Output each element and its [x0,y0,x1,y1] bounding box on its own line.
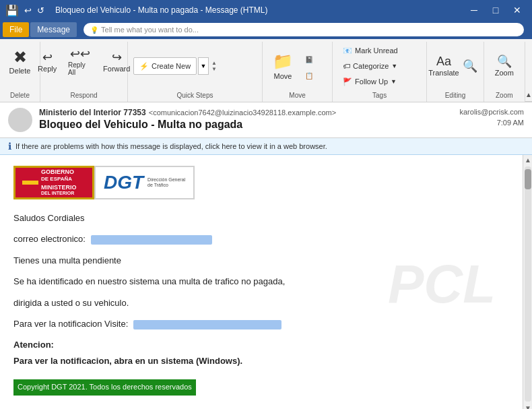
info-bar[interactable]: ℹ If there are problems with how this me… [0,138,532,155]
minimize-btn[interactable]: ─ [465,3,484,17]
undo-btn[interactable]: ↩ [24,5,32,15]
message-menu[interactable]: Message [30,22,77,37]
gov-text: GOBIERNO DE ESPAÑA MINISTERIO DEL INTERI… [41,168,77,197]
categorize-label: Categorize [353,62,389,70]
respond-group-label: Respond [70,92,97,100]
main-content: Ministerio del Interior 77353 <comunicac… [0,102,532,409]
onenote-icon: 📓 [305,56,313,63]
zoom-button[interactable]: 🔍 Zoom [490,47,519,85]
categorize-button[interactable]: 🏷 Categorize ▼ [338,59,421,73]
delete-icon: ✖ [13,49,27,65]
email-body-wrapper: PCL GOBIERNO DE ESPAÑA MINISTERIO DEL IN… [0,155,532,409]
dgt-main-text: DGT [104,172,143,193]
forward-label: Forward [103,65,130,73]
quick-steps-group-label: Quick Steps [133,92,257,100]
lightning-icon: ⚡ [139,62,149,71]
recipient-email: karolis@pcrisk.com [459,108,524,116]
copyright-text: Copyright DGT 2021. Todos los derechos r… [13,379,196,396]
title-bar: 💾 ↩ ↺ Bloqueo del Vehiculo - Multa no pa… [0,0,532,20]
close-btn[interactable]: ✕ [508,3,527,17]
dgt-sub-text: Dirección Generalde Tráfico [147,177,185,189]
translate-label: Translate [428,69,459,77]
qs-down-arrow[interactable]: ▼ [211,67,217,72]
move-group: 📁 Move 📓 📋 Move [263,42,333,102]
create-new-button[interactable]: ⚡ Create New [133,57,197,75]
file-menu[interactable]: File [3,22,29,37]
rules-icon: 📋 [305,72,313,80]
greeting-line: Saludos Cordiales [13,210,509,226]
search-icon: 🔍 [463,60,477,72]
maximize-btn[interactable]: □ [486,3,505,17]
reply-icon: ↩ [42,51,53,63]
identified-line: Se ha identificado en nuestro sistema un… [13,274,509,289]
mark-unread-label: Mark Unread [355,46,398,55]
follow-up-icon: 🚩 [343,77,352,86]
quick-step-dropdown[interactable]: ▼ [198,57,209,75]
sender-addr: <comunicacion7642@luizinacio34928118.exa… [149,108,336,117]
copyright-line: Copyright DGT 2021. Todos los derechos r… [13,374,509,396]
search-button[interactable]: 🔍 [460,47,480,85]
qs-up-arrow[interactable]: ▲ [211,61,217,66]
quick-steps-group: ⚡ Create New ▼ ▲ ▼ Quick Steps [128,42,263,102]
scroll-up-arrow[interactable]: ▲ [523,155,532,165]
logo-banner: GOBIERNO DE ESPAÑA MINISTERIO DEL INTERI… [13,166,509,199]
vehicle-line: dirigida a usted o su vehiculo. [13,295,509,311]
tags-group: 📧 Mark Unread 🏷 Categorize ▼ 🚩 Follow Up… [333,42,427,102]
window-title: Bloqueo del Vehiculo - Multa no pagada -… [55,5,268,15]
mark-unread-button[interactable]: 📧 Mark Unread [338,43,421,58]
scroll-down-arrow[interactable]: ▼ [523,403,532,409]
reply-all-icon: ↩↩ [70,48,90,60]
ribbon: ✖ Delete Delete ↩ Reply ↩↩ Reply All ↪ F… [0,39,532,102]
reply-label: Reply [38,65,57,73]
info-bar-text: If there are problems with how this mess… [15,142,327,150]
notif-link-redacted [133,320,281,329]
gov-logo: GOBIERNO DE ESPAÑA MINISTERIO DEL INTERI… [13,166,94,199]
move-icon: 📁 [273,52,293,71]
follow-up-button[interactable]: 🚩 Follow Up ▼ [338,74,421,89]
redo-btn[interactable]: ↺ [37,5,44,15]
email-body: PCL GOBIERNO DE ESPAÑA MINISTERIO DEL IN… [0,155,523,409]
quick-step-arrows: ▲ ▼ [211,61,217,72]
email-redacted-addr [91,235,212,245]
categorize-icon: 🏷 [343,62,350,70]
dgt-logo: DGT Dirección Generalde Tráfico [94,166,195,199]
forward-icon: ↪ [112,51,122,63]
move-button[interactable]: 📁 Move [268,47,298,85]
email-header: Ministerio del Interior 77353 <comunicac… [0,102,532,138]
delete-button[interactable]: ✖ Delete [5,43,36,81]
respond-group: ↩ Reply ↩↩ Reply All ↪ Forward Respond [40,42,128,102]
translate-icon: Aa [436,55,451,67]
outlook-icon: 💾 [5,4,19,17]
create-new-label: Create New [152,62,191,70]
move-label: Move [274,72,292,80]
translate-button[interactable]: Aa Translate [430,47,457,85]
reply-all-label: Reply All [68,61,92,76]
delete-group-label: Delete [10,92,30,100]
editing-group: Aa Translate 🔍 Editing [427,42,484,102]
email-content: Saludos Cordiales correo electronico: Ti… [13,210,509,396]
correo-line: correo electronico: [13,231,509,247]
reply-button[interactable]: ↩ Reply [34,43,61,81]
zoom-icon: 🔍 [497,55,512,67]
editing-group-label: Editing [432,92,478,100]
notif-line: Para ver la notificacion Visite: [13,316,509,332]
email-time: 7:09 AM [497,117,524,127]
lightbulb-icon: 💡 [90,26,98,34]
email-subject: Bloqueo del Vehiculo - Multa no pagada [39,119,453,131]
scroll-track [525,166,531,402]
scroll-handle[interactable] [525,169,531,189]
sender-name: Ministerio del Interior 77353 [39,108,146,117]
tags-group-label: Tags [338,92,421,100]
reply-all-button[interactable]: ↩↩ Reply All [63,43,97,81]
delete-label: Delete [9,67,31,75]
ribbon-collapse-btn[interactable]: ▲ [525,42,532,102]
multa-line: Tienes una multa pendiente [13,253,509,268]
zoom-label: Zoom [495,69,514,77]
follow-up-label: Follow Up [355,77,388,86]
tell-bar-text: Tell me what you want to do... [101,26,199,34]
zoom-group: 🔍 Zoom Zoom [484,42,525,102]
scrollbar[interactable]: ▲ ▼ [523,155,532,409]
tell-bar[interactable]: 💡 Tell me what you want to do... [84,23,524,36]
email-info: Ministerio del Interior 77353 <comunicac… [39,108,453,131]
move-group-label: Move [268,92,327,100]
